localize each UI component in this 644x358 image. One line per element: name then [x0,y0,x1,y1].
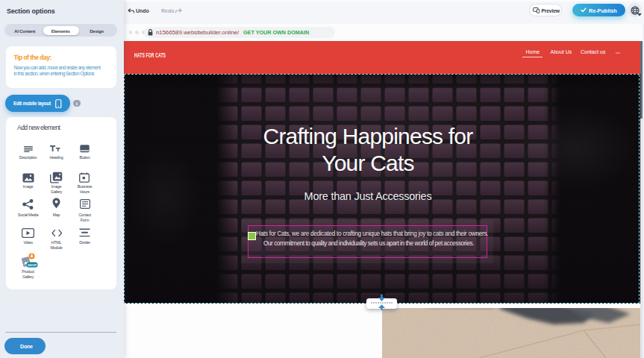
svg-text:SHOP: SHOP [28,263,37,267]
